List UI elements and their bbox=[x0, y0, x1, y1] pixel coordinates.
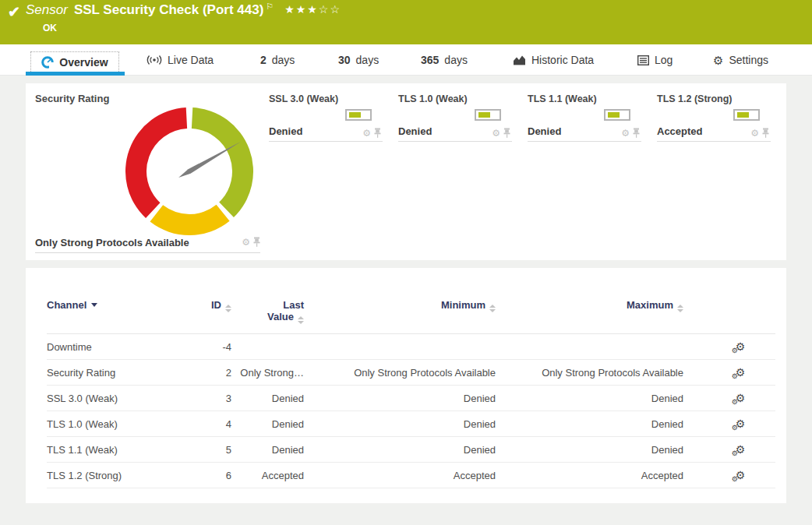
log-icon bbox=[637, 55, 649, 65]
gauge-value-label: Only Strong Protocols Available bbox=[35, 237, 189, 248]
channel-name-cell: TLS 1.1 (Weak) bbox=[47, 437, 199, 463]
maximum-cell: Denied bbox=[496, 411, 683, 437]
tab-365-days-label: days bbox=[444, 54, 468, 66]
tab-live-data[interactable]: Live Data bbox=[147, 44, 214, 76]
tab-365-days[interactable]: 365 days bbox=[421, 44, 468, 76]
channel-name-cell: SSL 3.0 (Weak) bbox=[47, 386, 199, 411]
edit-channel-cell: ⚙⚙ bbox=[683, 463, 775, 488]
lookup-indicator-fill bbox=[737, 112, 749, 118]
panel-settings-gear-icon[interactable]: ⚙ bbox=[362, 129, 371, 138]
tab-30-days-label: days bbox=[356, 54, 380, 66]
channel-panel-title: TLS 1.1 (Weak) bbox=[528, 93, 597, 104]
pin-icon[interactable] bbox=[633, 128, 640, 138]
panel-settings-gear-icon[interactable]: ⚙ bbox=[492, 129, 500, 138]
priority-stars[interactable]: ★★★☆☆ bbox=[284, 3, 341, 16]
status-check-icon: ✔ bbox=[8, 3, 20, 21]
last-value-cell: Denied bbox=[231, 411, 304, 437]
channel-name-cell: Downtime bbox=[47, 334, 199, 360]
channel-id-cell: 4 bbox=[199, 411, 231, 437]
column-header-last-value[interactable]: Last Value bbox=[231, 298, 304, 334]
pin-icon[interactable] bbox=[503, 128, 510, 138]
last-value-cell: Denied bbox=[231, 437, 304, 463]
lookup-indicator bbox=[733, 109, 760, 121]
channel-panel-tls10: TLS 1.0 (Weak) Denied ⚙ bbox=[398, 83, 512, 142]
tab-30-days[interactable]: 30 days bbox=[338, 44, 379, 76]
gauge-segment-strong bbox=[192, 107, 253, 217]
panel-settings-gear-icon[interactable]: ⚙ bbox=[621, 129, 630, 138]
table-row: Downtime-4⚙⚙ bbox=[47, 334, 775, 360]
tab-bar: Overview Live Data 2 days 30 days 365 da… bbox=[0, 44, 812, 76]
channel-id-cell: 5 bbox=[199, 437, 231, 463]
channel-panel-ssl30: SSL 3.0 (Weak) Denied ⚙ bbox=[269, 83, 383, 142]
edit-channel-cell: ⚙⚙ bbox=[683, 437, 775, 463]
column-header-last-label: Last bbox=[231, 299, 304, 311]
pin-icon[interactable] bbox=[762, 128, 769, 138]
gauge-panel-title: Security Rating bbox=[35, 93, 109, 104]
tab-2-days-number: 2 bbox=[260, 54, 267, 66]
tab-365-days-number: 365 bbox=[421, 54, 439, 66]
last-value-cell: Only Strong… bbox=[231, 360, 304, 386]
maximum-cell: Only Strong Protocols Available bbox=[496, 360, 683, 386]
table-row: TLS 1.2 (Strong)6AcceptedAcceptedAccepte… bbox=[47, 463, 775, 488]
lookup-indicator-fill bbox=[478, 112, 490, 118]
edit-channel-gears-icon[interactable]: ⚙⚙ bbox=[736, 341, 746, 353]
tab-30-days-number: 30 bbox=[338, 54, 351, 66]
edit-channel-gears-icon[interactable]: ⚙⚙ bbox=[736, 393, 746, 404]
channel-panel-tls11: TLS 1.1 (Weak) Denied ⚙ bbox=[528, 83, 641, 142]
channel-panel-value: Accepted bbox=[657, 125, 703, 137]
lookup-indicator-fill bbox=[349, 112, 361, 118]
column-header-id[interactable]: ID bbox=[199, 298, 231, 334]
pin-icon[interactable] bbox=[374, 128, 381, 138]
channel-id-cell: 2 bbox=[199, 360, 231, 386]
tab-2-days[interactable]: 2 days bbox=[260, 44, 295, 76]
edit-channel-gears-icon[interactable]: ⚙⚙ bbox=[736, 367, 746, 379]
pin-icon[interactable] bbox=[253, 237, 260, 247]
panel-settings-gear-icon[interactable]: ⚙ bbox=[750, 129, 759, 138]
sort-arrows-icon bbox=[677, 305, 683, 312]
tab-overview[interactable]: Overview bbox=[30, 51, 119, 72]
channel-panel-title: TLS 1.2 (Strong) bbox=[657, 93, 733, 104]
edit-channel-gears-icon[interactable]: ⚙⚙ bbox=[736, 418, 746, 430]
lookup-indicator bbox=[475, 109, 501, 121]
lookup-indicator bbox=[345, 109, 372, 121]
broadcast-icon bbox=[147, 55, 162, 65]
overview-panels-card: Security Rating Only Strong Protocols Av… bbox=[26, 83, 786, 260]
last-value-cell: Denied bbox=[231, 386, 304, 411]
channel-name-cell: Security Rating bbox=[47, 360, 199, 386]
channels-table: Channel ID Last Value Minimum Maximum Do… bbox=[47, 298, 775, 488]
column-header-channel-label: Channel bbox=[47, 299, 86, 311]
channel-panel-title: SSL 3.0 (Weak) bbox=[269, 93, 338, 104]
channel-name-cell: TLS 1.2 (Strong) bbox=[47, 463, 199, 488]
tab-settings[interactable]: ⚙ Settings bbox=[713, 44, 768, 76]
column-header-minimum[interactable]: Minimum bbox=[304, 298, 496, 334]
channels-table-card: Channel ID Last Value Minimum Maximum Do… bbox=[26, 268, 786, 503]
column-header-id-label: ID bbox=[211, 299, 221, 311]
minimum-cell: Only Strong Protocols Available bbox=[304, 360, 496, 386]
minimum-cell: Denied bbox=[304, 386, 496, 411]
minimum-cell: Accepted bbox=[304, 463, 496, 488]
column-header-edit bbox=[683, 298, 775, 334]
lookup-indicator-fill bbox=[608, 112, 620, 118]
column-header-maximum-label: Maximum bbox=[627, 299, 673, 311]
panel-settings-gear-icon[interactable]: ⚙ bbox=[242, 238, 250, 247]
tab-overview-label: Overview bbox=[59, 56, 108, 69]
column-header-value-label: Value bbox=[267, 311, 294, 322]
last-value-cell: Accepted bbox=[231, 463, 304, 488]
channel-id-cell: -4 bbox=[199, 334, 231, 360]
minimum-cell: Denied bbox=[304, 437, 496, 463]
minimum-cell: Denied bbox=[304, 411, 496, 437]
channel-panel-tls12: TLS 1.2 (Strong) Accepted ⚙ bbox=[657, 83, 771, 142]
flag-icon[interactable]: ⚐ bbox=[266, 2, 274, 12]
gear-icon: ⚙ bbox=[713, 55, 723, 66]
status-badge: OK bbox=[43, 23, 57, 33]
tab-historic-data[interactable]: Historic Data bbox=[513, 44, 594, 76]
tab-log[interactable]: Log bbox=[637, 44, 673, 76]
channel-panel-value: Denied bbox=[269, 125, 302, 137]
edit-channel-gears-icon[interactable]: ⚙⚙ bbox=[736, 444, 746, 456]
channel-name-cell: TLS 1.0 (Weak) bbox=[47, 411, 199, 437]
tab-live-data-label: Live Data bbox=[168, 54, 214, 66]
edit-channel-gears-icon[interactable]: ⚙⚙ bbox=[736, 470, 746, 481]
sensor-header: ✔ Sensor SSL Security Check (Port 443) ⚐… bbox=[0, 0, 812, 44]
column-header-maximum[interactable]: Maximum bbox=[496, 298, 683, 334]
column-header-channel[interactable]: Channel bbox=[47, 298, 199, 334]
